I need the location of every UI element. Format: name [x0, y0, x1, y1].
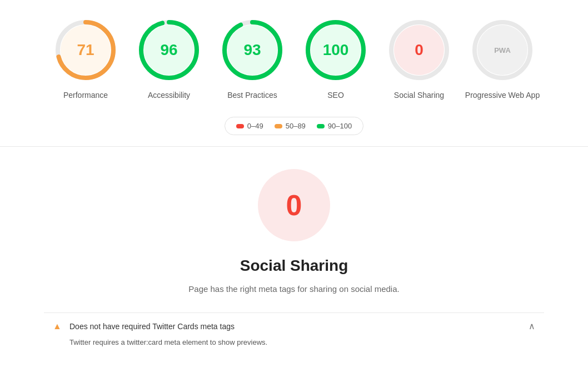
score-number-seo: 100	[323, 41, 349, 59]
legend-dot	[275, 124, 282, 128]
score-number-accessibility: 96	[160, 41, 177, 59]
warning-icon: ▲	[53, 321, 63, 331]
audit-detail-twitter-cards: Twitter requires a twitter:card meta ele…	[53, 331, 535, 349]
legend-section: 0–49 50–89 90–100	[0, 117, 588, 135]
chevron-icon-twitter-cards[interactable]: ∧	[529, 321, 535, 331]
score-circle-accessibility: 96	[136, 17, 202, 83]
score-label-performance: Performance	[63, 90, 108, 100]
legend-range: 90–100	[328, 122, 352, 130]
main-title: Social Sharing	[240, 257, 348, 275]
legend-box: 0–49 50–89 90–100	[225, 117, 363, 135]
score-label-best-practices: Best Practices	[227, 90, 277, 100]
score-circle-best-practices: 93	[219, 17, 286, 83]
score-label-social-sharing: Social Sharing	[394, 90, 444, 100]
legend-item-90–100: 90–100	[317, 122, 352, 130]
score-number-performance: 71	[77, 41, 94, 59]
score-label-pwa: Progressive Web App	[465, 90, 540, 100]
score-label-accessibility: Accessibility	[148, 90, 190, 100]
main-score-circle: 0	[258, 169, 330, 241]
main-description: Page has the right meta tags for sharing…	[188, 282, 399, 296]
audit-header-twitter-cards[interactable]: ▲ Does not have required Twitter Cards m…	[53, 321, 535, 331]
legend-dot	[236, 124, 244, 128]
score-circle-performance: 71	[52, 17, 119, 83]
pwa-label: PWA	[494, 46, 511, 54]
audit-list: ▲ Does not have required Twitter Cards m…	[44, 313, 544, 357]
audit-header-left: ▲ Does not have required Twitter Cards m…	[53, 321, 235, 331]
main-score-number: 0	[286, 189, 302, 222]
score-item-social-sharing[interactable]: 0 Social Sharing	[377, 17, 461, 100]
score-circle-pwa: PWA	[469, 17, 536, 83]
legend-range: 0–49	[247, 122, 263, 130]
score-number-best-practices: 93	[243, 41, 261, 59]
main-content: 0 Social Sharing Page has the right meta…	[0, 147, 588, 367]
score-item-accessibility[interactable]: 96 Accessibility	[127, 17, 211, 100]
legend-range: 50–89	[286, 122, 306, 130]
score-label-seo: SEO	[327, 90, 344, 100]
score-item-pwa[interactable]: PWA Progressive Web App	[461, 17, 544, 100]
audit-item-twitter-cards: ▲ Does not have required Twitter Cards m…	[44, 313, 544, 357]
legend-item-50–89: 50–89	[275, 122, 306, 130]
score-circle-seo: 100	[302, 17, 369, 83]
scores-section: 71 Performance 96 Accessibility	[0, 0, 588, 111]
legend-dot	[317, 124, 325, 128]
legend-item-0–49: 0–49	[236, 122, 263, 130]
score-circle-social-sharing: 0	[386, 17, 452, 83]
score-item-best-practices[interactable]: 93 Best Practices	[211, 17, 294, 100]
score-item-performance[interactable]: 71 Performance	[44, 17, 127, 100]
score-number-social-sharing: 0	[415, 41, 423, 59]
score-item-seo[interactable]: 100 SEO	[294, 17, 377, 100]
audit-title-twitter-cards: Does not have required Twitter Cards met…	[69, 322, 235, 331]
